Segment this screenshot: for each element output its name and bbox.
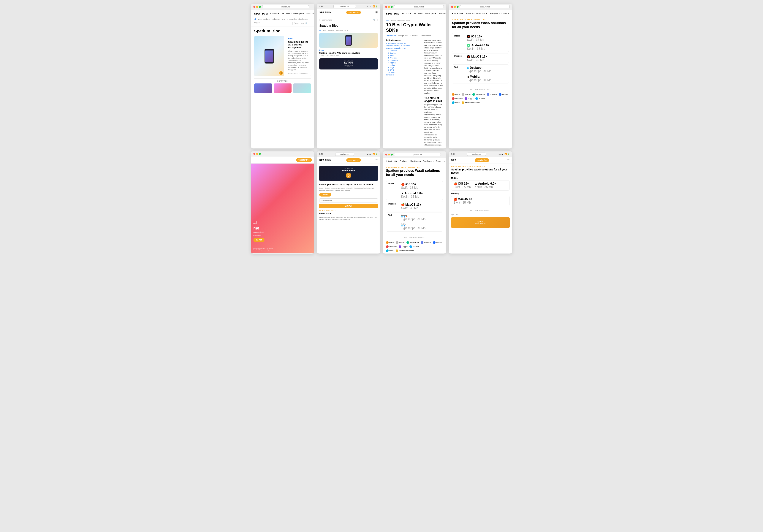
whitepaper-hamburger-icon[interactable]: ☰ <box>376 159 378 162</box>
tag-digital-assets[interactable]: Digital assets <box>298 18 308 20</box>
thumbnail-1[interactable] <box>254 83 272 93</box>
article-crypto-tag[interactable]: Crypto wallet <box>386 35 396 37</box>
products-nav-use-cases[interactable]: Use Cases ▾ <box>476 13 487 15</box>
products-mobile-hamburger[interactable]: ☰ <box>507 159 510 162</box>
pl-maximize-icon[interactable] <box>259 153 261 155</box>
nav-use-cases[interactable]: Use Cases ▾ <box>281 13 291 15</box>
pl-close-icon[interactable] <box>253 153 255 155</box>
pf-nav-customers[interactable]: Customers <box>436 160 444 162</box>
tag-mpc[interactable]: MPC <box>282 18 285 20</box>
products-mobile-address-bar[interactable]: spatium.net <box>467 153 486 156</box>
toc-item-6[interactable]: 3. Verity <box>386 54 419 56</box>
mobile-start-btn[interactable]: Start for free <box>346 11 361 14</box>
pf-add-tab-icon[interactable]: + <box>442 153 444 156</box>
products-full-address-bar[interactable]: spatium.net <box>394 153 441 156</box>
article-nav-products[interactable]: Products ▾ <box>402 13 411 15</box>
traffic-lights <box>253 6 261 8</box>
search-bar[interactable]: Search here 🔍 <box>292 22 311 25</box>
toc-item-conclusion[interactable]: Conclusion <box>386 74 419 76</box>
toc-item-10[interactable]: 7. Liminal <box>386 64 419 66</box>
pm-macos-os: 🍎 MacOS 13+ <box>454 197 474 201</box>
search-icon[interactable]: 🔍 <box>305 22 307 24</box>
products-close-icon[interactable] <box>451 6 453 8</box>
article-close-icon[interactable] <box>385 6 387 8</box>
nav-developers[interactable]: Developers ▾ <box>293 13 304 15</box>
tag-business[interactable]: Business <box>264 18 270 20</box>
get-pdf-button-top[interactable]: Get PDF <box>319 193 331 196</box>
featured-article[interactable]: ₿ News Spatium joins the ACE startup eco… <box>254 36 311 76</box>
toc-item-12[interactable]: 9. DFNS <box>386 69 419 71</box>
thumbnail-2[interactable] <box>273 83 292 93</box>
nav-products[interactable]: Products ▾ <box>270 13 279 15</box>
products-minimize-icon[interactable] <box>454 6 456 8</box>
pf-close-icon[interactable] <box>385 154 387 156</box>
toc-item-4[interactable]: 1. Coinbase <box>386 50 419 52</box>
close-icon[interactable] <box>253 6 255 8</box>
mobile-search-bar[interactable]: Search here 🔍 <box>319 18 378 22</box>
toc-item-2[interactable]: Crypto wallet SDKs in a nutshell <box>386 45 419 47</box>
mobile-address-bar[interactable]: spatium.net <box>333 5 356 8</box>
mobile-search-icon[interactable]: 🔍 <box>373 19 376 21</box>
article-nav-customers[interactable]: Customers <box>438 13 446 15</box>
add-tab-icon[interactable]: + <box>310 5 312 8</box>
tag-crypto-wallet[interactable]: Crypto wallet <box>287 18 296 20</box>
products-maximize-icon[interactable] <box>457 6 459 8</box>
thumbnail-3[interactable] <box>293 83 311 93</box>
toc-item-1[interactable]: The state of crypto in 2023 <box>386 43 419 44</box>
mobile-tag-mpc[interactable]: MPC <box>344 29 348 31</box>
mobile-tag-all[interactable]: All <box>319 29 321 31</box>
products-nav-customers[interactable]: Customers <box>501 13 510 15</box>
article-nav-developers[interactable]: Developers ▾ <box>425 13 436 15</box>
article-nav-use-cases[interactable]: Use Cases ▾ <box>413 13 423 15</box>
mobile-tag-news[interactable]: News <box>323 29 326 31</box>
pf-nav-developers[interactable]: Developers ▾ <box>423 160 434 162</box>
pm-macos-size: Swift · 35 Mb <box>454 201 474 204</box>
products-mobile-start-btn[interactable]: Start for free <box>475 158 489 162</box>
tag-support[interactable]: Support <box>254 22 260 25</box>
products-nav-developers[interactable]: Developers ▾ <box>489 13 499 15</box>
crypto-fantom: Fantom <box>499 93 508 96</box>
pf-mobile-specs: 🍎 iOS 15+ Swift · 35 Mb ▲ Android 6.0+ K… <box>401 182 441 198</box>
pf-maximize-icon[interactable] <box>391 154 393 156</box>
toc-item-11[interactable]: 8. Magic <box>386 67 419 68</box>
partial-left-titlebar <box>251 152 314 157</box>
partial-get-pdf-button[interactable]: Get PDF <box>253 238 265 242</box>
tag-all[interactable]: All <box>254 18 256 20</box>
toc-item-8[interactable]: 5. Cryptoapis <box>386 59 419 61</box>
products-nav-products[interactable]: Products ▾ <box>466 13 475 15</box>
article-address-bar[interactable]: spatium.net <box>394 5 444 8</box>
toc-item-3[interactable]: 10 Best crypto wallet SDKs <box>386 47 419 49</box>
whitepaper-address-bar[interactable]: spatium.net <box>335 153 354 156</box>
whitepaper-mobile-start-btn[interactable]: Start for free <box>346 158 361 162</box>
products-mobile-status-icons: ▲▲▲ 📶 🔋 <box>498 153 510 155</box>
partial-start-btn[interactable]: Start for free <box>296 158 312 162</box>
mobile-tag-technology[interactable]: Technology <box>336 29 343 31</box>
toc-item-5[interactable]: 2. Spatium <box>386 52 419 54</box>
toc-item-13[interactable]: 10. Sepior <box>386 71 419 73</box>
products-nav: SPATIUM Products ▾ Use Cases ▾ Developer… <box>449 10 512 17</box>
get-pdf-button-form[interactable]: Get PDF <box>319 204 378 208</box>
article-maximize-icon[interactable] <box>391 6 393 8</box>
address-bar[interactable]: spatium.net <box>262 5 309 8</box>
minimize-icon[interactable] <box>256 6 258 8</box>
pf-nav-use-cases[interactable]: Use Cases ▾ <box>410 160 421 162</box>
breadcrumb-blog[interactable]: Blog <box>386 19 389 21</box>
pl-minimize-icon[interactable] <box>256 153 258 155</box>
products-address-bar[interactable]: spatium.net <box>460 5 510 8</box>
pf-minimize-icon[interactable] <box>388 154 390 156</box>
toc-item-7[interactable]: 4. Fireblocks <box>386 57 419 59</box>
tag-technology[interactable]: Technology <box>272 18 280 20</box>
pf-web-desktop-spec: Desktop: 🌐 🔷 🦊 Typescript · <1 Mb <box>401 214 425 221</box>
whitepaper-mobile-nav: SPATIUM Start for free ☰ <box>317 157 380 164</box>
mobile-tag-business[interactable]: Business <box>328 29 334 31</box>
pf-web-desktop-icons: 🌐 🔷 🦊 <box>401 216 425 218</box>
pf-ios-os: 🍎 iOS 15+ <box>401 182 418 186</box>
business-email-input[interactable] <box>319 198 378 202</box>
tag-news[interactable]: News <box>258 18 262 20</box>
maximize-icon[interactable] <box>259 6 261 8</box>
pf-nav-products[interactable]: Products ▾ <box>400 160 408 162</box>
nav-customers[interactable]: Customers <box>306 13 314 15</box>
article-minimize-icon[interactable] <box>388 6 390 8</box>
toc-item-9[interactable]: 6. Kryptogo <box>386 62 419 64</box>
hamburger-menu-icon[interactable]: ☰ <box>376 11 378 14</box>
